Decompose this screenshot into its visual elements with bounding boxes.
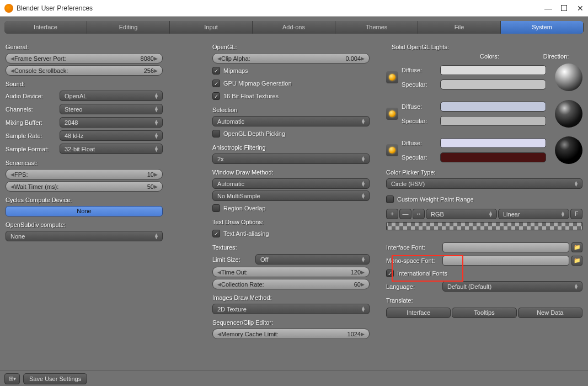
sound-label: Sound: bbox=[6, 81, 163, 87]
solid-lights-label: Solid OpenGL Lights: bbox=[392, 44, 582, 50]
opensubdiv-select[interactable]: None▲▼ bbox=[6, 231, 163, 241]
mono-font-field[interactable] bbox=[442, 256, 569, 266]
maximize-button[interactable] bbox=[561, 5, 567, 11]
direction-header: Direction: bbox=[543, 53, 569, 60]
colors-header: Colors: bbox=[480, 53, 499, 60]
tab-input[interactable]: Input bbox=[170, 21, 253, 34]
bulb-icon bbox=[389, 110, 395, 117]
region-overlap-checkbox[interactable] bbox=[212, 204, 220, 212]
color-ramp[interactable] bbox=[386, 222, 582, 230]
tab-bar: Interface Editing Input Add-ons Themes F… bbox=[4, 21, 584, 34]
light-2-specular-swatch[interactable] bbox=[440, 116, 546, 126]
limit-size-select[interactable]: Off▲▼ bbox=[255, 254, 370, 265]
depth-picking-checkbox[interactable] bbox=[212, 130, 220, 138]
opengl-label: OpenGL: bbox=[212, 44, 370, 50]
light-2-toggle[interactable] bbox=[386, 108, 398, 120]
aniso-select[interactable]: 2x▲▼ bbox=[212, 154, 370, 164]
selection-select[interactable]: Automatic▲▼ bbox=[212, 116, 370, 126]
footer: ⊞▾ Save User Settings bbox=[0, 371, 588, 386]
timeout-input[interactable]: ◀Time Out:120▶ bbox=[212, 267, 370, 277]
minimize-button[interactable]: — bbox=[544, 5, 551, 12]
sample-rate-select[interactable]: 48 kHz▲▼ bbox=[60, 130, 163, 141]
light-1-diffuse-swatch[interactable] bbox=[440, 65, 546, 75]
tab-themes[interactable]: Themes bbox=[335, 21, 418, 34]
light-3-diffuse-swatch[interactable] bbox=[440, 138, 546, 148]
frame-server-port-input[interactable]: ◀Frame Server Port:8080▶ bbox=[6, 53, 163, 64]
mem-cache-input[interactable]: ◀Memory Cache Limit:1024▶ bbox=[212, 329, 370, 339]
clip-alpha-input[interactable]: ◀Clip Alpha:0.004▶ bbox=[212, 53, 370, 64]
light-1-direction-sphere[interactable] bbox=[555, 64, 582, 91]
tab-interface[interactable]: Interface bbox=[4, 21, 87, 34]
tab-editing[interactable]: Editing bbox=[87, 21, 170, 34]
tab-addons[interactable]: Add-ons bbox=[253, 21, 335, 34]
multisample-select[interactable]: No MultiSample▲▼ bbox=[212, 191, 370, 201]
translate-tooltips-button[interactable]: Tooltips bbox=[452, 308, 516, 318]
international-fonts-checkbox[interactable] bbox=[386, 269, 394, 277]
mixing-buffer-label: Mixing Buffer: bbox=[6, 119, 55, 126]
selection-label: Selection bbox=[212, 107, 370, 113]
text-aa-checkbox[interactable] bbox=[212, 230, 220, 237]
ramp-mode-select[interactable]: RGB▲▼ bbox=[426, 209, 497, 219]
custom-wp-checkbox[interactable] bbox=[386, 195, 394, 203]
region-overlap-label: Region Overlap bbox=[223, 205, 265, 211]
light-2-direction-sphere[interactable] bbox=[555, 100, 582, 128]
tab-file[interactable]: File bbox=[418, 21, 501, 34]
light-1-specular-swatch[interactable] bbox=[440, 80, 546, 89]
interface-font-field[interactable] bbox=[442, 242, 569, 252]
interface-font-browse-button[interactable]: 📁 bbox=[571, 242, 582, 252]
ramp-add-button[interactable]: + bbox=[386, 209, 398, 219]
images-select[interactable]: 2D Texture▲▼ bbox=[212, 304, 370, 314]
mixing-buffer-select[interactable]: 2048▲▼ bbox=[60, 117, 163, 128]
translate-newdata-button[interactable]: New Data bbox=[518, 308, 582, 318]
opensubdiv-label: OpenSubdiv compute: bbox=[6, 221, 163, 228]
light-3-specular-swatch[interactable] bbox=[440, 152, 546, 162]
wait-timer-input[interactable]: ◀Wait Timer (ms):50▶ bbox=[6, 181, 163, 192]
channels-select[interactable]: Stereo▲▼ bbox=[60, 104, 163, 114]
cycles-device-button[interactable]: None bbox=[6, 206, 163, 216]
ramp-f-button[interactable]: F bbox=[570, 209, 582, 219]
translate-label: Translate: bbox=[386, 297, 582, 304]
titlebar: Blender User Preferences — ✕ bbox=[0, 0, 588, 17]
color-picker-label: Color Picker Type: bbox=[386, 169, 582, 176]
general-label: General: bbox=[6, 44, 163, 50]
float-tex-checkbox[interactable] bbox=[212, 92, 220, 100]
color-picker-select[interactable]: Circle (HSV)▲▼ bbox=[386, 178, 582, 189]
collection-rate-input[interactable]: ◀Collection Rate:60▶ bbox=[212, 279, 370, 289]
fps-input[interactable]: ◀FPS:10▶ bbox=[6, 169, 163, 179]
save-user-settings-button[interactable]: Save User Settings bbox=[23, 373, 87, 384]
translate-interface-button[interactable]: Interface bbox=[386, 308, 451, 318]
mono-font-browse-button[interactable]: 📁 bbox=[571, 256, 582, 266]
ramp-remove-button[interactable]: — bbox=[399, 209, 411, 219]
tab-system[interactable]: System bbox=[501, 21, 584, 34]
sample-format-select[interactable]: 32-bit Float▲▼ bbox=[60, 144, 163, 154]
light-3-direction-sphere[interactable] bbox=[555, 136, 582, 164]
mipmaps-checkbox[interactable] bbox=[212, 67, 220, 75]
mipmaps-label: Mipmaps bbox=[223, 67, 248, 74]
gpu-mipmap-label: GPU Mipmap Generation bbox=[223, 80, 292, 87]
ramp-interp-select[interactable]: Linear▲▼ bbox=[498, 209, 569, 219]
ramp-flip-button[interactable]: ↔ bbox=[413, 209, 425, 219]
wdm-select[interactable]: Automatic▲▼ bbox=[212, 178, 370, 189]
audio-device-select[interactable]: OpenAL▲▼ bbox=[60, 91, 163, 101]
light-3-toggle[interactable] bbox=[386, 144, 398, 156]
custom-wp-label: Custom Weight Paint Range bbox=[397, 196, 474, 203]
depth-picking-label: OpenGL Depth Picking bbox=[223, 130, 285, 137]
console-scrollback-input[interactable]: ◀Console Scrollback:256▶ bbox=[6, 65, 163, 76]
gpu-mipmap-checkbox[interactable] bbox=[212, 80, 220, 87]
limit-size-label: Limit Size: bbox=[212, 256, 251, 263]
language-label: Language: bbox=[386, 283, 440, 290]
light-2-diffuse-swatch[interactable] bbox=[440, 102, 546, 112]
mono-font-label: Mono-space Font: bbox=[386, 257, 440, 264]
sample-rate-label: Sample Rate: bbox=[6, 133, 55, 139]
channels-label: Channels: bbox=[6, 106, 55, 113]
text-opts-label: Text Draw Options: bbox=[212, 219, 370, 225]
close-button[interactable]: ✕ bbox=[577, 5, 584, 12]
text-aa-label: Text Anti-aliasing bbox=[223, 230, 269, 237]
light-1-toggle[interactable] bbox=[386, 71, 398, 83]
language-select[interactable]: Default (Default)▲▼ bbox=[442, 281, 582, 292]
aniso-label: Anisotropic Filtering bbox=[212, 144, 370, 151]
blender-icon bbox=[4, 4, 13, 13]
editor-type-button[interactable]: ⊞▾ bbox=[4, 373, 20, 384]
international-fonts-label: International Fonts bbox=[397, 270, 447, 277]
window-title: Blender User Preferences bbox=[17, 4, 93, 12]
